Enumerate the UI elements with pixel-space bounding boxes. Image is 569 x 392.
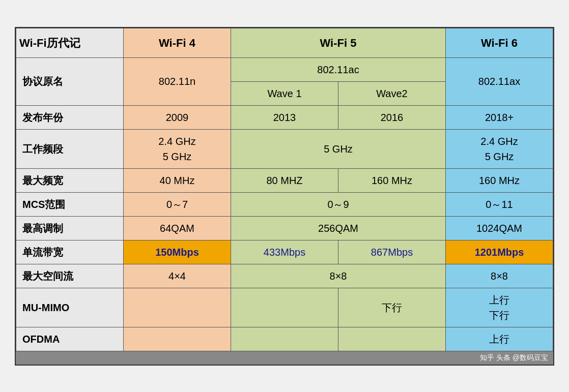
watermark: 知乎 头条 @数码豆宝 bbox=[16, 351, 553, 365]
row-mu-mimo: MU-MIMO 下行 上行下行 bbox=[16, 288, 553, 327]
row-bandwidth: 最大频宽 40 MHz 80 MHZ 160 MHz 160 MHz bbox=[16, 168, 553, 192]
wifi5-wave1-stream-bw: 433Mbps bbox=[231, 240, 338, 264]
wifi5-wave2: Wave2 bbox=[338, 81, 446, 105]
wifi5-wave2-year: 2016 bbox=[338, 105, 446, 129]
wifi6-spatial: 8×8 bbox=[446, 264, 553, 288]
wifi6-protocol: 802.11ax bbox=[446, 57, 553, 105]
label-stream-bw: 单流带宽 bbox=[16, 240, 124, 264]
wifi5-wave1: Wave 1 bbox=[231, 81, 338, 105]
row-mcs: MCS范围 0～7 0～9 0～11 bbox=[16, 192, 553, 216]
row-modulation: 最高调制 64QAM 256QAM 1024QAM bbox=[16, 216, 553, 240]
header-wifi4: Wi-Fi 4 bbox=[124, 28, 231, 57]
header-wifi6: Wi-Fi 6 bbox=[446, 28, 553, 57]
row-year: 发布年份 2009 2013 2016 2018+ bbox=[16, 105, 553, 129]
wifi5-wave2-mu-mimo: 下行 bbox=[338, 288, 446, 327]
wifi5-wave1-ofdma bbox=[231, 327, 338, 351]
wifi4-spatial: 4×4 bbox=[124, 264, 231, 288]
wifi4-protocol: 802.11n bbox=[124, 57, 231, 105]
wifi6-year: 2018+ bbox=[446, 105, 553, 129]
wifi5-wave2-ofdma bbox=[338, 327, 446, 351]
wifi4-stream-bw: 150Mbps bbox=[124, 240, 231, 264]
label-spatial: 最大空间流 bbox=[16, 264, 124, 288]
row-stream-bw: 单流带宽 150Mbps 433Mbps 867Mbps 1201Mbps bbox=[16, 240, 553, 264]
wifi4-mu-mimo bbox=[124, 288, 231, 327]
wifi6-band: 2.4 GHz5 GHz bbox=[446, 129, 553, 168]
wifi6-mu-mimo: 上行下行 bbox=[446, 288, 553, 327]
label-bandwidth: 最大频宽 bbox=[16, 168, 124, 192]
label-mu-mimo: MU-MIMO bbox=[16, 288, 124, 327]
wifi5-spatial: 8×8 bbox=[231, 264, 446, 288]
wifi4-ofdma bbox=[124, 327, 231, 351]
wifi4-band: 2.4 GHz5 GHz bbox=[124, 129, 231, 168]
wifi4-year: 2009 bbox=[124, 105, 231, 129]
wifi5-wave2-stream-bw: 867Mbps bbox=[338, 240, 446, 264]
wifi-comparison-table: Wi-Fi历代记 Wi-Fi 4 Wi-Fi 5 Wi-Fi 6 协议原名 80… bbox=[15, 27, 554, 366]
wifi5-protocol-merged: 802.11ac bbox=[231, 57, 446, 81]
label-ofdma: OFDMA bbox=[16, 327, 124, 351]
label-band: 工作频段 bbox=[16, 129, 124, 168]
wifi4-bandwidth: 40 MHz bbox=[124, 168, 231, 192]
wifi5-modulation: 256QAM bbox=[231, 216, 446, 240]
row-spatial: 最大空间流 4×4 8×8 8×8 bbox=[16, 264, 553, 288]
label-modulation: 最高调制 bbox=[16, 216, 124, 240]
row-ofdma: OFDMA 上行 bbox=[16, 327, 553, 351]
wifi6-mcs: 0～11 bbox=[446, 192, 553, 216]
wifi4-mcs: 0～7 bbox=[124, 192, 231, 216]
label-protocol: 协议原名 bbox=[16, 57, 124, 105]
row-band: 工作频段 2.4 GHz5 GHz 5 GHz 2.4 GHz5 GHz bbox=[16, 129, 553, 168]
wifi6-modulation: 1024QAM bbox=[446, 216, 553, 240]
label-year: 发布年份 bbox=[16, 105, 124, 129]
wifi5-band: 5 GHz bbox=[231, 129, 446, 168]
header-label: Wi-Fi历代记 bbox=[16, 28, 124, 57]
wifi5-wave1-year: 2013 bbox=[231, 105, 338, 129]
wifi6-ofdma: 上行 bbox=[446, 327, 553, 351]
wifi5-wave1-mu-mimo bbox=[231, 288, 338, 327]
header-wifi5: Wi-Fi 5 bbox=[231, 28, 446, 57]
row-protocol: 协议原名 802.11n 802.11ac 802.11ax bbox=[16, 57, 553, 81]
wifi6-stream-bw: 1201Mbps bbox=[446, 240, 553, 264]
wifi5-wave2-bandwidth: 160 MHz bbox=[338, 168, 446, 192]
wifi5-wave1-bandwidth: 80 MHZ bbox=[231, 168, 338, 192]
wifi6-bandwidth: 160 MHz bbox=[446, 168, 553, 192]
wifi5-mcs: 0～9 bbox=[231, 192, 446, 216]
label-mcs: MCS范围 bbox=[16, 192, 124, 216]
wifi4-modulation: 64QAM bbox=[124, 216, 231, 240]
